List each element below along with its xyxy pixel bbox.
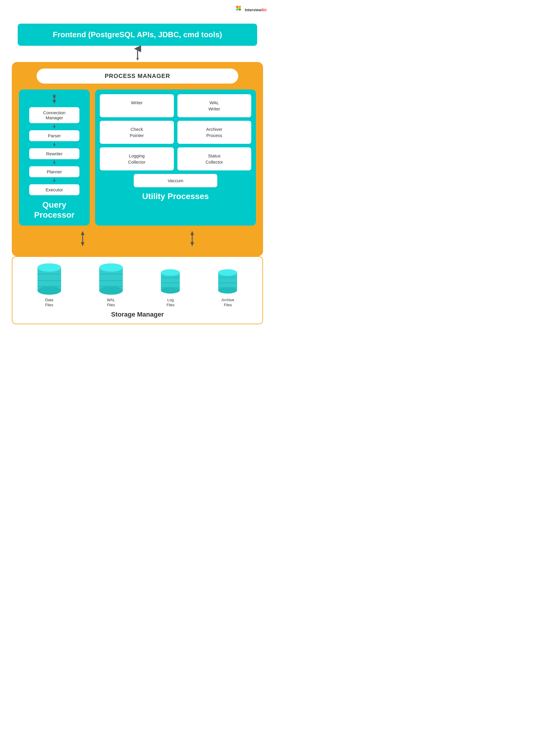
utility-processes-label: Utility Processes bbox=[100, 191, 251, 201]
qp-arrow-3 bbox=[52, 160, 56, 166]
qp-arrow-2 bbox=[52, 142, 56, 148]
wal-files-cylinder: WALFiles bbox=[98, 263, 124, 308]
svg-point-53 bbox=[218, 269, 237, 276]
storage-manager-box: DataFiles WALFiles bbox=[12, 256, 263, 324]
query-processor-panel: ConnectionManager Parser Rewriter Planne… bbox=[19, 89, 90, 226]
bottom-arrows-row bbox=[19, 230, 256, 247]
vaccum-item: Vaccum bbox=[134, 174, 217, 187]
executor-item: Executor bbox=[29, 184, 79, 195]
planner-item: Planner bbox=[29, 166, 79, 177]
log-files-label: LogFiles bbox=[167, 298, 175, 308]
storage-cylinders-row: DataFiles WALFiles bbox=[18, 263, 257, 308]
panels-row: ConnectionManager Parser Rewriter Planne… bbox=[19, 89, 256, 226]
storage-manager-label: Storage Manager bbox=[18, 311, 257, 318]
qp-arrow-1 bbox=[52, 124, 56, 130]
archiver-process-item: ArchiverProcess bbox=[178, 121, 252, 144]
archive-files-label: ArchiveFiles bbox=[222, 298, 234, 308]
archive-files-cylinder: ArchiveFiles bbox=[217, 269, 239, 308]
data-files-cylinder: DataFiles bbox=[36, 263, 63, 308]
qp-to-storage-arrow bbox=[78, 230, 87, 247]
utility-grid: Writer WALWriter CheckPointer ArchiverPr… bbox=[100, 94, 251, 170]
svg-point-52 bbox=[218, 287, 237, 294]
check-pointer-item: CheckPointer bbox=[100, 121, 174, 144]
frontend-label: Frontend (PostgreSQL APIs, JDBC, cmd too… bbox=[53, 30, 222, 39]
wal-files-label: WALFiles bbox=[107, 298, 115, 308]
log-files-cylinder: LogFiles bbox=[160, 269, 182, 308]
frontend-box: Frontend (PostgreSQL APIs, JDBC, cmd too… bbox=[18, 24, 257, 46]
logo: InterviewBit bbox=[234, 5, 267, 15]
frontend-to-pm-arrow bbox=[9, 46, 266, 62]
logo-label: InterviewBit bbox=[245, 8, 267, 12]
vaccum-row: Vaccum bbox=[100, 174, 251, 187]
logo-icon bbox=[234, 5, 243, 15]
query-processor-label: QueryProcessor bbox=[34, 200, 75, 220]
wal-writer-item: WALWriter bbox=[178, 94, 252, 117]
logging-collector-item: LoggingCollector bbox=[100, 147, 174, 170]
writer-item: Writer bbox=[100, 94, 174, 117]
connection-manager-item: ConnectionManager bbox=[29, 107, 79, 123]
process-manager-label: PROCESS MANAGER bbox=[105, 73, 170, 79]
qp-arrow-4 bbox=[52, 178, 56, 184]
data-files-label: DataFiles bbox=[45, 298, 53, 308]
up-to-storage-arrow bbox=[188, 230, 197, 247]
svg-point-31 bbox=[38, 286, 61, 295]
main-container: PROCESS MANAGER ConnectionManager Parser bbox=[12, 62, 263, 256]
rewriter-item: Rewriter bbox=[29, 148, 79, 159]
process-manager-box: PROCESS MANAGER bbox=[37, 69, 238, 84]
pm-to-qp-arrow bbox=[51, 94, 58, 105]
svg-point-45 bbox=[161, 287, 180, 294]
status-collector-item: StatusCollector bbox=[178, 147, 252, 170]
svg-point-46 bbox=[161, 269, 180, 276]
svg-point-38 bbox=[99, 286, 123, 295]
parser-item: Parser bbox=[29, 130, 79, 141]
svg-point-39 bbox=[99, 263, 123, 272]
utility-processes-panel: Writer WALWriter CheckPointer ArchiverPr… bbox=[95, 89, 256, 226]
svg-marker-14 bbox=[53, 95, 56, 99]
svg-point-32 bbox=[38, 263, 61, 272]
